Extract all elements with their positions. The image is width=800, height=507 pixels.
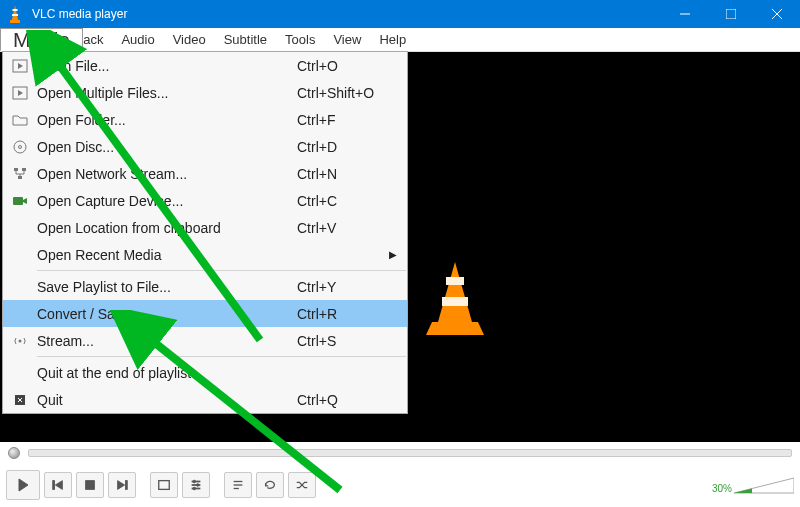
- vlc-cone-logo: [420, 257, 490, 337]
- network-icon: [3, 166, 37, 182]
- svg-rect-14: [22, 168, 26, 171]
- extended-settings-button[interactable]: [182, 472, 210, 498]
- submenu-arrow-icon: ▶: [389, 249, 397, 260]
- volume-slider-icon[interactable]: [734, 476, 794, 494]
- menu-stream[interactable]: Stream... Ctrl+S: [3, 327, 407, 354]
- menu-open-clipboard[interactable]: Open Location from clipboard Ctrl+V: [3, 214, 407, 241]
- play-file-icon: [3, 58, 37, 74]
- vlc-cone-icon: [4, 3, 26, 25]
- svg-rect-15: [18, 176, 22, 179]
- svg-rect-7: [446, 277, 464, 285]
- menu-label: Quit: [37, 392, 297, 408]
- volume-control[interactable]: 30%: [712, 476, 794, 494]
- menu-video[interactable]: Video: [164, 28, 215, 51]
- loop-button[interactable]: [256, 472, 284, 498]
- svg-point-12: [19, 145, 22, 148]
- seek-handle[interactable]: [8, 447, 20, 459]
- menu-save-playlist[interactable]: Save Playlist to File... Ctrl+Y: [3, 273, 407, 300]
- next-button[interactable]: [108, 472, 136, 498]
- menu-convert-save[interactable]: Convert / Save... Ctrl+R: [3, 300, 407, 327]
- menu-quit[interactable]: Quit Ctrl+Q: [3, 386, 407, 413]
- volume-percent: 30%: [712, 483, 732, 494]
- menu-view[interactable]: View: [324, 28, 370, 51]
- menu-label: Open Recent Media: [37, 247, 407, 263]
- menu-label: Open Capture Device...: [37, 193, 297, 209]
- shuffle-button[interactable]: [288, 472, 316, 498]
- media-menu-dropdown: Open File... Ctrl+O Open Multiple Files.…: [2, 51, 408, 414]
- menu-bar: Media ack Audio Video Subtitle Tools Vie…: [0, 28, 800, 52]
- svg-rect-16: [13, 197, 23, 205]
- menu-help[interactable]: Help: [370, 28, 415, 51]
- seek-track[interactable]: [28, 449, 792, 457]
- svg-rect-22: [159, 481, 170, 490]
- menu-shortcut: Ctrl+S: [297, 333, 407, 349]
- fullscreen-button[interactable]: [150, 472, 178, 498]
- svg-rect-0: [10, 20, 20, 23]
- menu-playback-suffix[interactable]: ack: [83, 28, 112, 51]
- menu-shortcut: Ctrl+Y: [297, 279, 407, 295]
- menu-label: Open Location from clipboard: [37, 220, 297, 236]
- menu-label: Open Multiple Files...: [37, 85, 297, 101]
- menu-shortcut: Ctrl+F: [297, 112, 407, 128]
- svg-point-28: [193, 487, 196, 490]
- menu-quit-end[interactable]: Quit at the end of playlist: [3, 359, 407, 386]
- stream-icon: [3, 333, 37, 349]
- previous-button[interactable]: [44, 472, 72, 498]
- folder-icon: [3, 112, 37, 128]
- svg-rect-8: [442, 297, 468, 306]
- menu-media[interactable]: Media: [0, 28, 83, 51]
- menu-shortcut: Ctrl+Q: [297, 392, 407, 408]
- svg-rect-20: [86, 481, 95, 490]
- disc-icon: [3, 139, 37, 155]
- playlist-button[interactable]: [224, 472, 252, 498]
- menu-open-network[interactable]: Open Network Stream... Ctrl+N: [3, 160, 407, 187]
- stop-button[interactable]: [76, 472, 104, 498]
- menu-label: Save Playlist to File...: [37, 279, 297, 295]
- play-file-icon: [3, 85, 37, 101]
- svg-rect-21: [126, 481, 128, 490]
- window-title: VLC media player: [32, 7, 662, 21]
- seek-bar[interactable]: [0, 442, 800, 464]
- menu-label: Quit at the end of playlist: [37, 365, 297, 381]
- menu-shortcut: Ctrl+O: [297, 58, 407, 74]
- title-bar: VLC media player: [0, 0, 800, 28]
- menu-label: Open Network Stream...: [37, 166, 297, 182]
- menu-label: Open Folder...: [37, 112, 297, 128]
- svg-rect-19: [53, 481, 55, 490]
- menu-shortcut: Ctrl+V: [297, 220, 407, 236]
- maximize-button[interactable]: [708, 0, 754, 28]
- menu-open-recent[interactable]: Open Recent Media ▶: [3, 241, 407, 268]
- capture-icon: [3, 193, 37, 209]
- menu-subtitle[interactable]: Subtitle: [215, 28, 276, 51]
- menu-shortcut: Ctrl+C: [297, 193, 407, 209]
- menu-audio[interactable]: Audio: [112, 28, 163, 51]
- svg-rect-4: [726, 9, 736, 19]
- menu-open-capture[interactable]: Open Capture Device... Ctrl+C: [3, 187, 407, 214]
- svg-point-26: [193, 480, 196, 483]
- play-button[interactable]: [6, 470, 40, 500]
- menu-shortcut: Ctrl+R: [297, 306, 407, 322]
- menu-open-disc[interactable]: Open Disc... Ctrl+D: [3, 133, 407, 160]
- menu-label: Open File...: [37, 58, 297, 74]
- quit-icon: [3, 392, 37, 408]
- svg-rect-1: [13, 9, 18, 11]
- window-controls: [662, 0, 800, 28]
- menu-shortcut: Ctrl+Shift+O: [297, 85, 407, 101]
- svg-point-17: [19, 339, 22, 342]
- menu-shortcut: Ctrl+D: [297, 139, 407, 155]
- menu-tools[interactable]: Tools: [276, 28, 324, 51]
- menu-label: Stream...: [37, 333, 297, 349]
- menu-open-folder[interactable]: Open Folder... Ctrl+F: [3, 106, 407, 133]
- minimize-button[interactable]: [662, 0, 708, 28]
- menu-separator: [37, 356, 406, 357]
- menu-label: Open Disc...: [37, 139, 297, 155]
- menu-label: Convert / Save...: [37, 306, 297, 322]
- svg-point-11: [14, 141, 26, 153]
- menu-separator: [37, 270, 406, 271]
- svg-point-27: [196, 484, 199, 487]
- menu-open-file[interactable]: Open File... Ctrl+O: [3, 52, 407, 79]
- close-button[interactable]: [754, 0, 800, 28]
- menu-open-multiple[interactable]: Open Multiple Files... Ctrl+Shift+O: [3, 79, 407, 106]
- svg-rect-2: [12, 14, 18, 16]
- menu-shortcut: Ctrl+N: [297, 166, 407, 182]
